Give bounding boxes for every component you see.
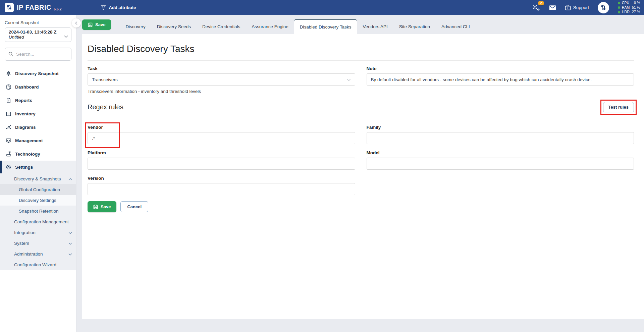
- dashboard-icon: [6, 84, 11, 90]
- search-input[interactable]: [16, 52, 66, 57]
- tab-advanced-cli[interactable]: Advanced CLI: [436, 19, 476, 34]
- filter-icon: [101, 5, 106, 10]
- save-button-top[interactable]: Save: [82, 19, 111, 30]
- submenu-label: Configuration Wizard: [14, 262, 56, 267]
- notifications-badge: 2: [538, 1, 544, 5]
- version-field-group: Version: [88, 176, 355, 195]
- briefcase-icon: [565, 5, 571, 10]
- family-label: Family: [367, 125, 634, 130]
- save-button-label: Save: [101, 204, 111, 209]
- save-button-form[interactable]: Save: [88, 201, 116, 212]
- tab-discovery[interactable]: Discovery: [120, 19, 151, 34]
- hdd-status-dot: [618, 11, 620, 13]
- sidebar-item-technology[interactable]: Technology: [0, 147, 76, 161]
- ram-stat: RAM 51 %: [618, 5, 640, 10]
- snapshot-date: 2024-01-03, 13:45:28 Z: [9, 30, 62, 35]
- cpu-label: CPU: [622, 1, 629, 5]
- family-input[interactable]: [367, 132, 634, 144]
- messages-button[interactable]: [549, 5, 556, 10]
- app-version: 6.6.2: [54, 7, 61, 11]
- search-icon: [8, 52, 13, 57]
- vendor-input[interactable]: [88, 132, 355, 144]
- user-avatar[interactable]: [598, 2, 609, 13]
- hdd-stat: HDD 27 %: [618, 10, 640, 14]
- main-content: Save Discovery Discovery Seeds Device Cr…: [77, 15, 644, 332]
- note-input[interactable]: [367, 73, 634, 86]
- box-icon: [6, 111, 11, 117]
- ram-status-dot: [618, 6, 620, 9]
- app-header: IP FABRIC 6.6.2 Add attribute 2 Support: [0, 0, 644, 15]
- cpu-value: 0 %: [634, 1, 640, 5]
- rocket-icon: [6, 71, 11, 76]
- tab-discovery-seeds[interactable]: Discovery Seeds: [151, 19, 197, 34]
- disabled-discovery-tasks-panel: Disabled Discovery Tasks Task Transceive…: [82, 34, 644, 319]
- app-logo[interactable]: IP FABRIC 6.6.2: [5, 3, 61, 12]
- tab-disabled-discovery-tasks[interactable]: Disabled Discovery Tasks: [294, 19, 357, 34]
- tab-assurance-engine[interactable]: Assurance Engine: [246, 19, 294, 34]
- sidebar-item-inventory[interactable]: Inventory: [0, 107, 76, 120]
- sidebar-item-dashboard[interactable]: Dashboard: [0, 80, 76, 94]
- system-stats: CPU 0 % RAM 51 % HDD 27 %: [618, 1, 640, 14]
- ram-value: 51 %: [632, 5, 640, 10]
- tab-label: Discovery: [125, 24, 145, 29]
- task-select-value: Transceivers: [92, 77, 118, 82]
- network-icon: [6, 124, 11, 130]
- chevron-down-icon: [68, 252, 72, 257]
- system-settings-button[interactable]: 2: [532, 4, 540, 12]
- current-snapshot-label: Current Snapshot: [5, 20, 71, 25]
- submenu-discovery-settings[interactable]: Discovery Settings: [0, 195, 76, 206]
- submenu-administration[interactable]: Administration: [0, 248, 76, 259]
- sidebar-item-label: Dashboard: [15, 85, 39, 90]
- settings-tab-bar: Save Discovery Discovery Seeds Device Cr…: [77, 15, 644, 34]
- tab-device-credentials[interactable]: Device Credentials: [197, 19, 246, 34]
- tab-site-separation[interactable]: Site Separation: [393, 19, 436, 34]
- hdd-value: 27 %: [632, 10, 640, 14]
- version-input[interactable]: [88, 183, 355, 195]
- sidebar-item-label: Inventory: [15, 111, 36, 116]
- cpu-stat: CPU 0 %: [618, 1, 640, 5]
- tab-label: Advanced CLI: [441, 24, 470, 29]
- submenu-system[interactable]: System: [0, 238, 76, 248]
- submenu-snapshot-retention[interactable]: Snapshot Retention: [0, 206, 76, 216]
- task-label: Task: [88, 66, 355, 71]
- tab-label: Discovery Seeds: [157, 24, 191, 29]
- submenu-label: Discovery Settings: [19, 198, 56, 203]
- platform-label: Platform: [88, 150, 355, 155]
- submenu-discovery-and-snapshots[interactable]: Discovery & Snapshots: [0, 173, 76, 184]
- document-icon: [6, 98, 11, 103]
- submenu-configuration-management[interactable]: Configuration Management: [0, 216, 76, 227]
- app-title: IP FABRIC: [17, 4, 51, 11]
- vendor-label: Vendor: [88, 125, 355, 130]
- task-select[interactable]: Transceivers: [88, 73, 355, 86]
- submenu-label: Configuration Management: [14, 219, 69, 224]
- platform-input[interactable]: [88, 158, 355, 170]
- sidebar-item-reports[interactable]: Reports: [0, 94, 76, 107]
- family-field-group: Family: [367, 125, 634, 144]
- submenu-label: Snapshot Retention: [19, 209, 59, 214]
- tab-vendors-api[interactable]: Vendors API: [357, 19, 393, 34]
- add-attribute-button[interactable]: Add attribute: [101, 5, 136, 10]
- ram-label: RAM: [622, 5, 630, 10]
- snapshot-select[interactable]: 2024-01-03, 13:45:28 Z Untitled: [5, 27, 71, 42]
- test-rules-button[interactable]: Test rules: [603, 102, 634, 112]
- model-field-group: Model: [367, 150, 634, 170]
- submenu-integration[interactable]: Integration: [0, 227, 76, 238]
- cancel-button[interactable]: Cancel: [120, 201, 148, 212]
- tab-label: Vendors API: [363, 24, 387, 29]
- submenu-configuration-wizard[interactable]: Configuration Wizard: [0, 259, 76, 270]
- support-button[interactable]: Support: [565, 5, 589, 10]
- sidebar-search[interactable]: [5, 48, 71, 61]
- version-label: Version: [88, 176, 355, 181]
- hdd-label: HDD: [622, 10, 630, 14]
- sidebar-item-label: Reports: [15, 98, 32, 103]
- sidebar-item-management[interactable]: Management: [0, 134, 76, 147]
- model-input[interactable]: [367, 158, 634, 170]
- sidebar-collapse-button[interactable]: [72, 18, 81, 27]
- sidebar-item-diagrams[interactable]: Diagrams: [0, 120, 76, 134]
- submenu-label: Global Configuration: [19, 187, 60, 192]
- save-icon: [93, 205, 98, 209]
- sidebar-item-discovery-snapshot[interactable]: Discovery Snapshot: [0, 67, 76, 80]
- submenu-global-configuration[interactable]: Global Configuration: [0, 184, 76, 195]
- ipfabric-logo-icon: [5, 3, 14, 12]
- sidebar-item-settings[interactable]: Settings: [0, 161, 76, 173]
